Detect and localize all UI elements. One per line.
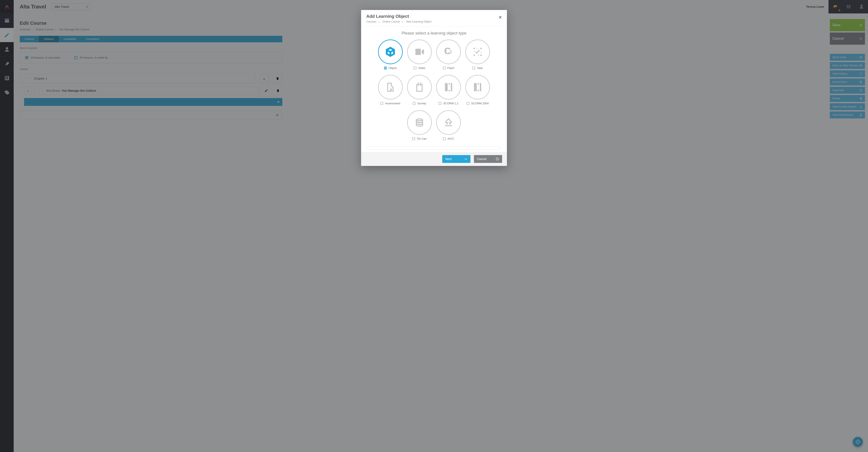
type-assessment[interactable]: Assessment: [376, 75, 405, 105]
aicc-icon: [443, 117, 454, 128]
modal-prompt: Please select a learning object type: [366, 31, 502, 36]
type-grid-row1: Object Video Flash Task Assessment Surve…: [366, 39, 502, 105]
modal-next-button[interactable]: Next: [442, 155, 470, 163]
modal-breadcrumb: Courses▸ Online Course▸ New Learning Obj…: [366, 20, 502, 23]
modal-close[interactable]: ✕: [498, 15, 502, 20]
type-tincan[interactable]: Tin Can: [405, 110, 434, 140]
survey-icon: [414, 82, 425, 93]
type-object[interactable]: Object: [376, 39, 405, 70]
assessment-icon: [385, 82, 396, 93]
type-aicc[interactable]: AICC: [434, 110, 463, 140]
arrow-icon: [464, 157, 467, 161]
video-icon: [414, 46, 425, 57]
type-video[interactable]: Video: [405, 39, 434, 70]
type-scorm12[interactable]: SCORM 1.2: [434, 75, 463, 105]
scorm-icon: [472, 82, 483, 93]
scorm-icon: [443, 82, 454, 93]
name-field-placeholder[interactable]: [368, 147, 500, 150]
task-icon: [472, 46, 483, 57]
modal-title: Add Learning Object: [366, 14, 502, 19]
type-task[interactable]: Task: [463, 39, 492, 70]
cube-icon: [385, 46, 396, 57]
type-flash[interactable]: Flash: [434, 39, 463, 70]
tincan-icon: [414, 117, 425, 128]
type-survey[interactable]: Survey: [405, 75, 434, 105]
flash-icon: [443, 46, 454, 57]
modal-footer: Next Cancel: [361, 152, 507, 166]
type-scorm2004[interactable]: SCORM 2004: [463, 75, 492, 105]
modal-cancel-button[interactable]: Cancel: [474, 155, 502, 163]
cancel-icon: [496, 157, 499, 161]
type-grid-row3: Tin Can AICC: [366, 110, 502, 140]
add-learning-object-modal: Add Learning Object Courses▸ Online Cour…: [361, 10, 507, 166]
